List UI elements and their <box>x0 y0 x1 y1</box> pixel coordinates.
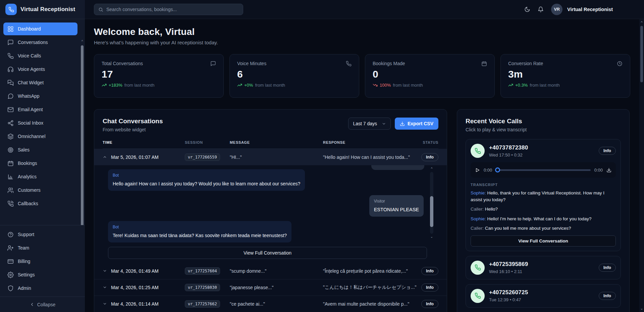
user-avatar[interactable]: VR <box>551 4 562 15</box>
info-button[interactable]: Info <box>421 153 438 161</box>
voice-call-card[interactable]: +40725260725 Tue 12:39 • 0:47 Info <box>466 284 621 308</box>
chat-conversations-panel: Chat Conversations From website widget L… <box>94 109 447 312</box>
stat-card-bookings-made: Bookings Made 0 100% from last month <box>365 54 495 98</box>
sidebar-item-analytics[interactable]: Analytics <box>3 170 77 183</box>
call-avatar <box>471 289 485 303</box>
collapse-button[interactable]: Collapse <box>0 297 85 312</box>
sidebar-item-social-inbox[interactable]: Social Inbox <box>3 117 77 129</box>
row-message: "HI..." <box>230 154 323 160</box>
search-box[interactable] <box>94 4 243 15</box>
table-row[interactable]: Mar 4, 2026, 01:49 AM vr_177257604 "scum… <box>94 263 447 279</box>
info-button[interactable]: Info <box>421 300 438 308</box>
scrollbar-thumb[interactable] <box>430 196 433 227</box>
sidebar-scrollbar[interactable]: ^ ⌄ <box>80 40 84 225</box>
sidebar-item-voice-calls[interactable]: Voice Calls <box>3 49 77 62</box>
sidebar-item-label: Bookings <box>18 161 37 166</box>
layers-icon <box>7 133 14 140</box>
search-input[interactable] <box>106 7 239 12</box>
trending-up-icon <box>102 83 107 88</box>
stat-value: 3m <box>508 69 623 80</box>
sidebar-item-chat-widget[interactable]: Chat Widget <box>3 76 77 89</box>
sidebar-item-whatsapp[interactable]: WhatsApp <box>3 90 77 102</box>
theme-toggle-button[interactable] <box>524 6 530 12</box>
stat-trend-suffix: from last month <box>530 83 560 88</box>
phone-icon <box>7 53 14 59</box>
chevron-up-icon[interactable] <box>103 155 107 159</box>
conversations-table: TIME SESSION MESSAGE RESPONSE STATUS Mar… <box>103 140 438 312</box>
play-icon[interactable] <box>475 168 480 173</box>
chevron-down-icon[interactable] <box>103 269 107 273</box>
stat-trend-value: +0% <box>244 83 253 88</box>
sender-label: Bot <box>113 224 287 230</box>
scroll-up-icon[interactable]: ^ <box>639 21 644 25</box>
slider-thumb[interactable] <box>495 168 500 173</box>
scroll-up-icon[interactable]: ^ <box>80 40 84 43</box>
phone-icon <box>475 293 481 299</box>
scroll-down-icon[interactable]: ⌄ <box>639 307 644 310</box>
table-row-expanded[interactable]: Mar 5, 2026, 01:07 AM vr_177266559 "HI..… <box>94 149 447 165</box>
sidebar-item-email-agent[interactable]: Email Agent <box>3 103 77 116</box>
row-time: Mar 4, 2026, 01:25 AM <box>111 285 159 290</box>
sidebar-item-settings[interactable]: Settings <box>3 268 77 281</box>
view-full-conversation-button[interactable]: View Full Conversation <box>108 247 427 259</box>
transcript-line: Sophie: Hello, thank you for calling Vir… <box>471 190 616 203</box>
sidebar-item-voice-agents[interactable]: Voice Agents <box>3 63 77 76</box>
session-badge: vr_177266559 <box>185 153 220 161</box>
scrollbar-thumb[interactable] <box>81 45 84 225</box>
phone-icon <box>346 61 352 66</box>
speaker-name: Sophie: <box>471 190 486 195</box>
table-row[interactable]: Mar 4, 2026, 01:25 AM vr_177258030 "japa… <box>94 279 447 296</box>
sidebar-item-sales[interactable]: Sales <box>3 143 77 156</box>
info-button[interactable]: Info <box>599 264 616 272</box>
info-button[interactable]: Info <box>421 267 438 275</box>
sidebar-item-label: Support <box>18 232 34 237</box>
date-range-select[interactable]: Last 7 days <box>348 118 391 130</box>
panels-row: Chat Conversations From website widget L… <box>94 109 630 312</box>
sidebar-item-conversations[interactable]: Conversations <box>3 36 77 49</box>
voice-panel-title: Recent Voice Calls <box>466 118 621 125</box>
stat-trend-value: 100% <box>380 83 391 88</box>
sidebar-item-dashboard[interactable]: Dashboard <box>3 23 77 35</box>
sidebar-item-label: Customers <box>18 187 41 193</box>
sidebar-item-omnichannel[interactable]: Omnichannel <box>3 130 77 143</box>
chevron-down-icon[interactable] <box>103 285 107 289</box>
download-icon[interactable] <box>606 168 611 173</box>
scroll-up-icon[interactable]: ^ <box>430 167 434 171</box>
scrollbar-thumb[interactable] <box>640 26 643 82</box>
table-row[interactable]: Mar 4, 2026, 01:14 AM vr_177257662 "ce p… <box>94 296 447 312</box>
info-button[interactable]: Info <box>421 283 438 292</box>
column-header-session: SESSION <box>185 140 230 144</box>
sidebar-item-bookings[interactable]: Bookings <box>3 157 77 170</box>
seek-slider[interactable] <box>496 169 590 171</box>
app-window: Virtual Receptionist Dashboard Conversat… <box>0 0 644 312</box>
export-csv-button[interactable]: Export CSV <box>395 118 438 130</box>
call-number: +40725395869 <box>489 261 594 268</box>
sidebar-item-support[interactable]: Support <box>3 228 77 241</box>
sidebar-item-customers[interactable]: Customers <box>3 184 77 196</box>
voice-call-card-expanded[interactable]: +40737872380 Wed 17:50 • 0:32 Info 0:00 … <box>466 139 621 251</box>
conversation-scrollbar[interactable]: ^ ⌄ <box>430 167 434 238</box>
sidebar-item-callbacks[interactable]: Callbacks <box>3 197 77 210</box>
sidebar-item-billing[interactable]: Billing <box>3 255 77 268</box>
view-full-conversation-button[interactable]: View Full Conversation <box>471 235 616 247</box>
sidebar-item-admin[interactable]: Admin <box>3 282 77 295</box>
chevron-down-icon[interactable] <box>103 302 107 306</box>
stat-trend-suffix: from last month <box>124 83 155 88</box>
stat-trend-value: +0.3% <box>515 83 528 88</box>
info-button[interactable]: Info <box>599 292 616 300</box>
share-icon <box>7 120 14 126</box>
voice-call-card[interactable]: +40725395869 Wed 16:10 • 2:11 Info <box>466 256 621 279</box>
row-time: Mar 4, 2026, 01:14 AM <box>111 301 159 307</box>
notifications-button[interactable] <box>538 6 544 12</box>
export-csv-label: Export CSV <box>408 121 433 126</box>
page-scrollbar[interactable]: ^ ⌄ <box>639 19 644 312</box>
chat-panel-subtitle: From website widget <box>103 127 163 132</box>
scroll-down-icon[interactable]: ⌄ <box>430 235 434 238</box>
elapsed-time: 0:00 <box>484 168 492 173</box>
sidebar-item-team[interactable]: Team <box>3 241 77 254</box>
date-range-value: Last 7 days <box>353 121 377 126</box>
transcript-line: Caller: Can you tell me more about your … <box>471 225 616 232</box>
transcript-label: TRANSCRIPT <box>471 183 616 187</box>
row-response: "Avem mai multe pachete disponibile p...… <box>323 301 418 307</box>
info-button[interactable]: Info <box>599 147 616 155</box>
